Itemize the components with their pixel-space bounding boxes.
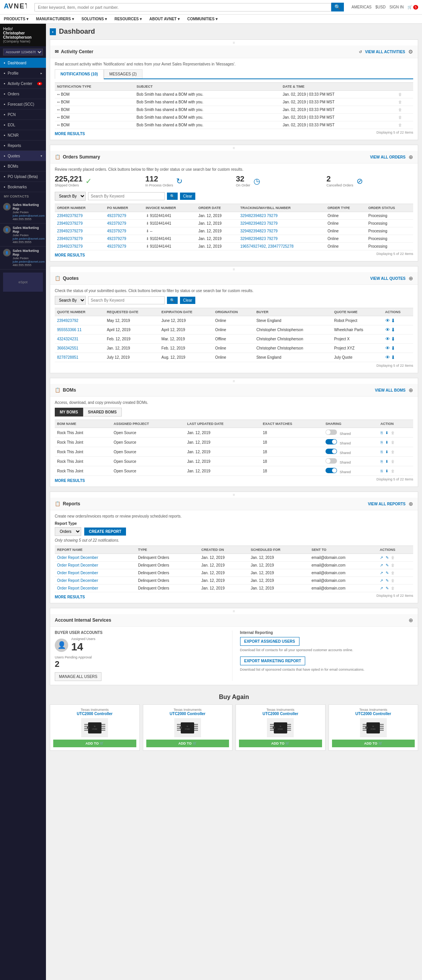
contact-email-3[interactable]: julie.peden@avnet.com — [13, 260, 45, 263]
report-actions[interactable]: ↗ ✎ 🗑 — [378, 585, 413, 592]
cart-icon[interactable]: 🛒 5 — [407, 5, 418, 9]
order-number[interactable]: 239492379279 — [55, 220, 105, 227]
product-name[interactable]: UTC2000 Controller — [53, 712, 136, 716]
order-tracking[interactable]: 329482394823 79279 — [238, 212, 325, 220]
reports-view-all[interactable]: VIEW ALL REPORTS — [368, 502, 406, 506]
quotes-drag-handle[interactable]: ≡ — [50, 266, 418, 272]
currency-selector[interactable]: $USD — [375, 5, 386, 9]
report-delete-icon[interactable]: 🗑 — [391, 571, 395, 575]
report-edit-icon[interactable]: ✎ — [386, 563, 389, 567]
sidebar-item-ncnr[interactable]: ▪ NCNR — [0, 130, 46, 140]
activity-more-results[interactable]: MORE RESULTS — [55, 132, 85, 136]
nav-communities[interactable]: COMMUNITIES ▾ — [183, 15, 221, 23]
report-delete-icon[interactable]: 🗑 — [391, 563, 395, 567]
report-name[interactable]: Order Report December — [55, 585, 136, 592]
reports-settings-icon[interactable]: ⊕ — [409, 501, 413, 507]
order-tracking[interactable]: 329482394823 79279 — [238, 227, 325, 235]
report-name[interactable]: Order Report December — [55, 554, 136, 562]
orders-search-button[interactable]: 🔍 — [167, 193, 178, 200]
bom-download-icon[interactable]: ⬇ — [385, 469, 388, 473]
report-name[interactable]: Order Report December — [55, 562, 136, 569]
sidebar-item-pcn[interactable]: ▪ PCN — [0, 109, 46, 120]
search-input[interactable] — [34, 3, 331, 11]
sidebar-item-eol[interactable]: ▪ EOL — [0, 120, 46, 130]
report-actions[interactable]: ↗ ✎ 🗑 — [378, 554, 413, 562]
order-number[interactable]: 239492379279 — [55, 235, 105, 243]
bom-delete-icon[interactable]: 🗑 — [391, 459, 395, 464]
sidebar-item-quotes[interactable]: ▪ Quotes ▾ — [0, 151, 46, 161]
quote-actions[interactable]: 👁 ⬇ — [383, 316, 413, 325]
boms-settings-icon[interactable]: ⊕ — [409, 387, 413, 393]
sidebar-item-bookmarks[interactable]: ▪ Bookmarks — [0, 182, 46, 192]
report-delete-icon[interactable]: 🗑 — [391, 586, 395, 590]
bom-delete-icon[interactable]: 🗑 — [391, 431, 395, 435]
ais-drag-handle[interactable]: ≡ — [50, 608, 418, 614]
add-to-cart-button[interactable]: ADD TO 🛒 — [239, 740, 322, 747]
order-tracking[interactable]: 329482394823 79279 — [238, 220, 325, 227]
report-name[interactable]: Order Report December — [55, 569, 136, 577]
activity-refresh-icon[interactable]: ↺ — [359, 50, 362, 54]
boms-more-results[interactable]: MORE RESULTS — [55, 479, 85, 483]
report-share-icon[interactable]: ↗ — [380, 555, 383, 560]
bom-download-icon[interactable]: ⬇ — [385, 459, 388, 464]
order-number[interactable]: 239492379279 — [55, 243, 105, 250]
quote-view-icon[interactable]: 👁 — [385, 345, 390, 351]
quote-number[interactable]: 2394923792 — [55, 316, 105, 325]
bom-copy-icon[interactable]: ⎘ — [381, 459, 383, 464]
orders-search-input[interactable] — [88, 192, 165, 200]
sidebar-item-boms[interactable]: ▪ BOMs — [0, 161, 46, 172]
order-po[interactable]: 492379279 — [105, 243, 144, 250]
notif-delete[interactable]: 🗑 — [396, 106, 413, 114]
sidebar-item-orders[interactable]: ▪ Orders — [0, 89, 46, 99]
region-selector[interactable]: AMERICAS — [352, 5, 371, 9]
quotes-search-button[interactable]: 🔍 — [167, 297, 178, 304]
order-number[interactable]: 239492379279 — [55, 212, 105, 220]
bom-copy-icon[interactable]: ⎘ — [381, 469, 383, 473]
orders-view-all[interactable]: VIEW ALL ORDERS — [370, 155, 406, 159]
nav-about[interactable]: ABOUT AVNET ▾ — [146, 15, 183, 23]
quote-view-icon[interactable]: 👁 — [385, 327, 390, 333]
report-delete-icon[interactable]: 🗑 — [391, 578, 395, 583]
report-share-icon[interactable]: ↗ — [380, 586, 383, 590]
bom-toggle[interactable] — [325, 430, 337, 435]
boms-view-all[interactable]: VIEW ALL BOMS — [375, 388, 406, 392]
quote-number[interactable]: 4324324231 — [55, 335, 105, 344]
report-delete-icon[interactable]: 🗑 — [391, 555, 395, 560]
bom-download-icon[interactable]: ⬇ — [385, 440, 388, 444]
signin-link[interactable]: SIGN IN — [389, 5, 404, 9]
quote-number[interactable]: 955553366 11 — [55, 325, 105, 335]
quotes-search-by[interactable]: Search By — [55, 296, 86, 305]
quote-actions[interactable]: 👁 ⬇ — [383, 353, 413, 362]
bom-delete-icon[interactable]: 🗑 — [391, 440, 395, 444]
bom-actions[interactable]: ⎘ ⬇ 🗑 — [378, 428, 413, 438]
quote-view-icon[interactable]: 👁 — [385, 318, 390, 323]
create-report-button[interactable]: CREATE REPORT — [84, 528, 126, 536]
sidebar-item-forecast[interactable]: ▪ Forecast (SCC) — [0, 99, 46, 109]
report-share-icon[interactable]: ↗ — [380, 563, 383, 567]
order-po[interactable]: 492379279 — [105, 212, 144, 220]
report-share-icon[interactable]: ↗ — [380, 578, 383, 583]
activity-drag-handle[interactable]: ≡ — [50, 40, 418, 46]
sidebar-item-po-upload[interactable]: ▪ PO Upload (Beta) — [0, 172, 46, 182]
quote-download-icon[interactable]: ⬇ — [391, 327, 395, 333]
orders-more-results[interactable]: MORE RESULTS — [55, 253, 85, 257]
quote-actions[interactable]: 👁 ⬇ — [383, 344, 413, 353]
quotes-view-all[interactable]: VIEW ALL QUOTES — [370, 276, 406, 281]
quotes-clear-button[interactable]: Clear — [180, 297, 195, 304]
boms-drag-handle[interactable]: ≡ — [50, 378, 418, 384]
report-edit-icon[interactable]: ✎ — [386, 571, 389, 575]
add-to-cart-button[interactable]: ADD TO 🛒 — [332, 740, 415, 747]
notif-delete[interactable]: 🗑 — [396, 91, 413, 98]
add-to-cart-button[interactable]: ADD TO 🛒 — [53, 740, 136, 747]
bom-tab-shared[interactable]: SHARED BOMS — [83, 408, 122, 416]
notif-delete[interactable]: 🗑 — [396, 114, 413, 121]
quote-download-icon[interactable]: ⬇ — [391, 354, 395, 360]
tab-messages[interactable]: MESSAGES (2) — [104, 69, 142, 78]
sidebar-item-reports[interactable]: ▪ Reports — [0, 140, 46, 151]
nav-resources[interactable]: RESOURCES ▾ — [111, 15, 146, 23]
notif-delete[interactable]: 🗑 — [396, 98, 413, 106]
sidebar-item-profile[interactable]: ▪ Profile ▸ — [0, 68, 46, 78]
activity-settings-icon[interactable]: ⚙ — [408, 49, 413, 55]
bom-download-icon[interactable]: ⬇ — [385, 431, 388, 435]
manage-users-button[interactable]: MANAGE ALL USERS — [55, 672, 101, 681]
